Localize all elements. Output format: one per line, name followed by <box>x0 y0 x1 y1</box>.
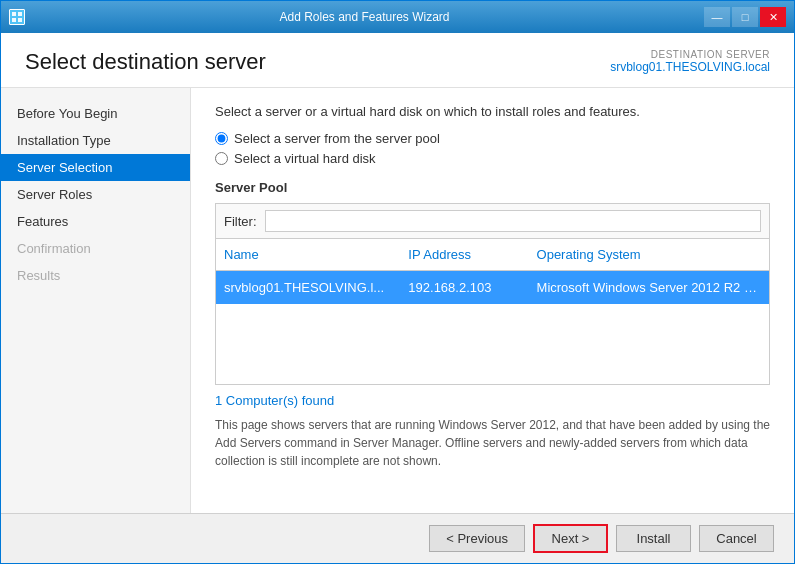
sidebar-item-server-roles[interactable]: Server Roles <box>1 181 190 208</box>
server-pool-section: Server Pool Filter: Name IP Address Oper… <box>215 180 770 470</box>
table-empty-area <box>216 304 769 384</box>
svg-rect-1 <box>18 12 22 16</box>
sidebar-item-server-selection[interactable]: Server Selection <box>1 154 190 181</box>
sidebar-item-before-you-begin[interactable]: Before You Begin <box>1 100 190 127</box>
sidebar-item-installation-type[interactable]: Installation Type <box>1 127 190 154</box>
radio-virtual-disk[interactable]: Select a virtual hard disk <box>215 151 770 166</box>
titlebar: Add Roles and Features Wizard — □ ✕ <box>1 1 794 33</box>
maximize-button[interactable]: □ <box>732 7 758 27</box>
cancel-button[interactable]: Cancel <box>699 525 774 552</box>
filter-label: Filter: <box>224 214 257 229</box>
sidebar-item-confirmation: Confirmation <box>1 235 190 262</box>
titlebar-controls: — □ ✕ <box>704 7 786 27</box>
minimize-button[interactable]: — <box>704 7 730 27</box>
filter-input[interactable] <box>265 210 762 232</box>
header: Select destination server DESTINATION SE… <box>1 33 794 88</box>
main-panel: Select a server or a virtual hard disk o… <box>191 88 794 513</box>
computers-found: 1 Computer(s) found <box>215 393 770 408</box>
server-pool-label: Server Pool <box>215 180 770 195</box>
main-instruction: Select a server or a virtual hard disk o… <box>215 104 770 119</box>
info-text: This page shows servers that are running… <box>215 416 770 470</box>
sidebar: Before You BeginInstallation TypeServer … <box>1 88 191 513</box>
radio-virtual-disk-label: Select a virtual hard disk <box>234 151 376 166</box>
titlebar-title: Add Roles and Features Wizard <box>25 10 704 24</box>
sidebar-item-results: Results <box>1 262 190 289</box>
server-table: Name IP Address Operating System srvblog… <box>215 238 770 385</box>
install-button[interactable]: Install <box>616 525 691 552</box>
svg-rect-2 <box>12 18 16 22</box>
destination-server-info: DESTINATION SERVER srvblog01.THESOLVING.… <box>610 49 770 74</box>
radio-server-pool[interactable]: Select a server from the server pool <box>215 131 770 146</box>
footer: < Previous Next > Install Cancel <box>1 513 794 563</box>
radio-server-pool-input[interactable] <box>215 132 228 145</box>
previous-button[interactable]: < Previous <box>429 525 525 552</box>
page-title: Select destination server <box>25 49 266 75</box>
content-area: Before You BeginInstallation TypeServer … <box>1 88 794 513</box>
sidebar-item-features[interactable]: Features <box>1 208 190 235</box>
destination-server-label: DESTINATION SERVER <box>610 49 770 60</box>
table-header-os: Operating System <box>529 243 769 266</box>
table-row[interactable]: srvblog01.THESOLVING.l... 192.168.2.103 … <box>216 271 769 304</box>
close-button[interactable]: ✕ <box>760 7 786 27</box>
radio-server-pool-label: Select a server from the server pool <box>234 131 440 146</box>
app-icon <box>9 9 25 25</box>
table-header: Name IP Address Operating System <box>216 239 769 271</box>
main-window: Add Roles and Features Wizard — □ ✕ Sele… <box>0 0 795 564</box>
radio-group: Select a server from the server pool Sel… <box>215 131 770 166</box>
filter-row: Filter: <box>215 203 770 238</box>
svg-rect-3 <box>18 18 22 22</box>
svg-rect-0 <box>12 12 16 16</box>
next-button[interactable]: Next > <box>533 524 608 553</box>
radio-virtual-disk-input[interactable] <box>215 152 228 165</box>
table-header-name: Name <box>216 243 400 266</box>
table-cell-name: srvblog01.THESOLVING.l... <box>216 276 400 299</box>
destination-server-value: srvblog01.THESOLVING.local <box>610 60 770 74</box>
table-header-ip: IP Address <box>400 243 528 266</box>
table-cell-os: Microsoft Windows Server 2012 R2 Standar… <box>529 276 769 299</box>
table-cell-ip: 192.168.2.103 <box>400 276 528 299</box>
